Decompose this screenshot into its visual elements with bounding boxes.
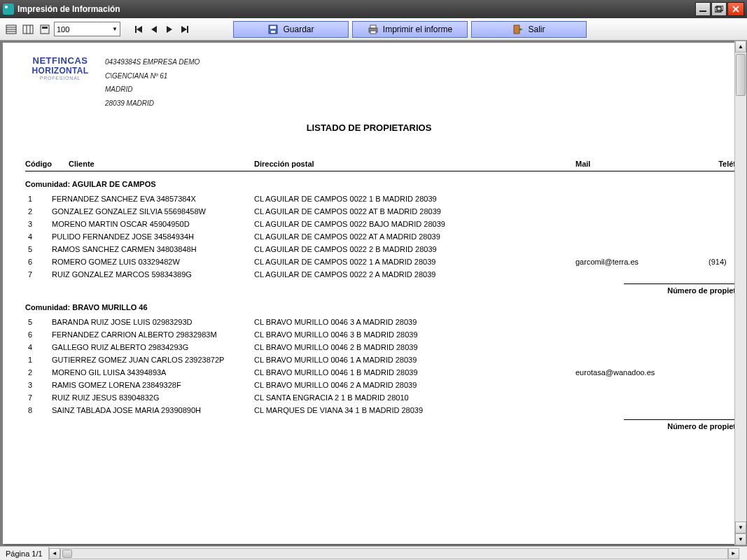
svg-rect-11 [41, 25, 49, 34]
scroll-up-icon[interactable]: ▲ [735, 41, 746, 52]
title-bar: Impresión de Información [0, 0, 747, 18]
cell-address: CL BRAVO MURILLO 0046 2 A MADRID 28039 [254, 381, 575, 389]
cell-code: 6 [25, 258, 52, 266]
window-title: Impresión de Información [18, 4, 120, 14]
cell-code: 2 [25, 368, 52, 377]
report-viewport: NETFINCAS HORIZONTAL PROFESIONAL 0434938… [0, 41, 747, 546]
zoom-select[interactable]: 100 ▼ [54, 22, 120, 36]
cell-client: RUIZ RUIZ JESUS 83904832G [52, 393, 254, 402]
table-row: 6ROMERO GOMEZ LUIS 03329482WCL AGUILAR D… [25, 255, 735, 268]
company-address: C\GENCIANA Nº 61 [105, 69, 200, 83]
table-row: 7RUIZ GONZALEZ MARCOS 59834389GCL AGUILA… [25, 268, 735, 281]
scroll-thumb[interactable] [736, 54, 746, 96]
first-page-button[interactable] [132, 22, 146, 36]
company-postal: 28039 MADRID [105, 97, 200, 111]
table-row: 1GUTIERREZ GOMEZ JUAN CARLOS 23923872PCL… [25, 354, 735, 366]
view-columns-icon[interactable] [20, 22, 36, 37]
cell-code: 1 [25, 195, 52, 203]
cell-address: CL BRAVO MURILLO 0046 3 B MADRID 28039 [254, 330, 575, 339]
cell-client: GALLEGO RUIZ ALBERTO 29834293G [52, 343, 254, 351]
minimize-button[interactable] [695, 2, 711, 16]
print-label: Imprimir el informe [383, 24, 452, 34]
col-client: Cliente [69, 160, 254, 168]
app-icon [3, 4, 14, 15]
scroll-left-icon[interactable]: ◄ [49, 548, 60, 559]
logo-line3: PROFESIONAL [25, 76, 95, 80]
cell-tel [708, 406, 733, 414]
cell-code: 3 [25, 220, 52, 228]
svg-marker-26 [519, 28, 523, 31]
cell-address: CL AGUILAR DE CAMPOS 0022 BAJO MADRID 28… [254, 220, 575, 228]
exit-button[interactable]: Salir [471, 21, 587, 38]
cell-mail [575, 220, 708, 228]
cell-client: MORENO GIL LUISA 34394893A [52, 368, 254, 377]
cell-client: GUTIERREZ GOMEZ JUAN CARLOS 23923872P [52, 356, 254, 364]
cell-client: RAMIS GOMEZ LORENA 23849328F [52, 381, 254, 389]
cell-code: 8 [25, 406, 52, 414]
cell-code: 2 [25, 207, 52, 216]
prev-page-button[interactable] [147, 22, 161, 36]
exit-label: Salir [528, 24, 545, 34]
cell-tel [708, 368, 733, 377]
cell-code: 4 [25, 343, 52, 351]
print-button[interactable]: Imprimir el informe [352, 21, 468, 38]
toolbar: 100 ▼ Guardar Imprimir el informe Salir [0, 18, 747, 41]
table-row: 3RAMIS GOMEZ LORENA 23849328FCL BRAVO MU… [25, 379, 735, 391]
last-page-button[interactable] [178, 22, 192, 36]
cell-tel [708, 343, 733, 351]
cell-mail [575, 195, 708, 203]
scroll-down-icon-2[interactable]: ▼ [735, 533, 746, 545]
cell-mail [575, 356, 708, 364]
svg-rect-20 [270, 26, 276, 29]
cell-tel [708, 232, 733, 241]
svg-marker-17 [181, 26, 187, 33]
cell-code: 3 [25, 381, 52, 389]
cell-code: 4 [25, 232, 52, 241]
cell-code: 6 [25, 330, 52, 339]
view-page-icon[interactable] [37, 22, 53, 37]
table-row: 5BARANDA RUIZ JOSE LUIS 02983293DCL BRAV… [25, 316, 735, 328]
hscroll-track[interactable] [60, 548, 728, 559]
cell-mail: garcomil@terra.es [575, 258, 708, 266]
company-city: MADRID [105, 83, 200, 97]
zoom-value: 100 [57, 25, 69, 34]
col-tel: Teléf [701, 160, 735, 168]
view-list-icon[interactable] [4, 22, 19, 37]
scroll-track[interactable] [735, 52, 746, 522]
maximize-button[interactable] [711, 2, 727, 16]
table-row: 1FERNANDEZ SANCHEZ EVA 34857384XCL AGUIL… [25, 192, 735, 205]
scroll-right-icon[interactable]: ► [728, 548, 739, 559]
table-row: 8SAINZ TABLADA JOSE MARIA 29390890HCL MA… [25, 404, 735, 416]
group-header: Comunidad: BRAVO MURILLO 46 [25, 303, 735, 312]
svg-marker-15 [151, 26, 157, 33]
close-button[interactable] [727, 2, 744, 16]
save-icon [267, 24, 279, 35]
cell-client: RAMOS SANCHEZ CARMEN 34803848H [52, 245, 254, 253]
cell-mail [575, 232, 708, 241]
group-header: Comunidad: AGUILAR DE CAMPOS [25, 180, 735, 188]
svg-rect-21 [271, 31, 275, 33]
cell-mail [575, 406, 708, 414]
save-label: Guardar [283, 24, 314, 34]
table-row: 5RAMOS SANCHEZ CARMEN 34803848HCL AGUILA… [25, 243, 735, 255]
group-footer: Número de propiet [25, 420, 735, 430]
horizontal-scrollbar[interactable]: ◄ ► [49, 547, 739, 560]
table-row: 4GALLEGO RUIZ ALBERTO 29834293GCL BRAVO … [25, 341, 735, 354]
cell-mail [575, 207, 708, 216]
logo: NETFINCAS HORIZONTAL PROFESIONAL [25, 55, 95, 110]
scroll-down-icon[interactable]: ▼ [735, 522, 746, 533]
svg-rect-1 [717, 6, 723, 10]
cell-tel [708, 220, 733, 228]
letterhead: NETFINCAS HORIZONTAL PROFESIONAL 0434938… [3, 43, 735, 110]
save-button[interactable]: Guardar [233, 21, 349, 38]
cell-address: CL BRAVO MURILLO 0046 3 A MADRID 28039 [254, 318, 575, 326]
cell-address: CL BRAVO MURILLO 0046 1 A MADRID 28039 [254, 356, 575, 364]
col-address: Dirección postal [254, 160, 575, 168]
hscroll-thumb[interactable] [62, 550, 72, 558]
next-page-button[interactable] [162, 22, 176, 36]
cell-tel [708, 270, 733, 279]
cell-mail [575, 245, 708, 253]
cell-address: CL AGUILAR DE CAMPOS 0022 1 B MADRID 280… [254, 195, 575, 203]
logo-line2: HORIZONTAL [25, 66, 95, 76]
vertical-scrollbar[interactable]: ▲ ▼ ▼ [734, 41, 746, 545]
